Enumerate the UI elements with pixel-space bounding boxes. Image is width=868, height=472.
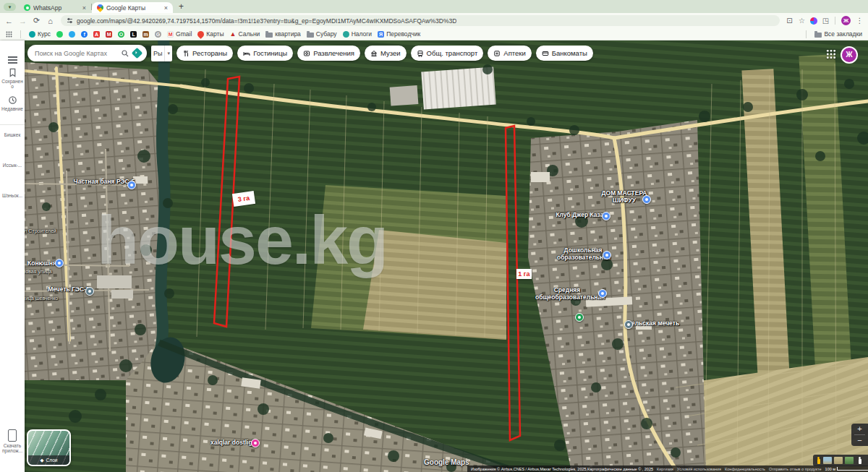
maps-top-bar: Ры ▾ Рестораны Гостиницы Развлечения Муз… xyxy=(27,45,593,61)
sidebar-item-saved[interactable]: Сохранено xyxy=(0,68,25,90)
sidebar-item-recent[interactable]: Недавние xyxy=(0,95,25,111)
maps-pin-icon xyxy=(196,30,205,39)
new-tab-button[interactable]: + xyxy=(179,1,184,12)
map-canvas[interactable]: house.kg 3 га 1 га Частная баня РЭС-5 ул… xyxy=(25,40,868,472)
chevron-down-icon[interactable]: ▾ xyxy=(164,46,170,61)
bookmark-folder-kvartira[interactable]: квартира xyxy=(265,30,301,38)
extensions-puzzle-icon[interactable]: ◳ xyxy=(820,17,831,25)
home-button[interactable]: ⌂ xyxy=(44,17,56,25)
tab-search-button[interactable]: ▾ xyxy=(4,3,16,11)
apps-grid-icon[interactable] xyxy=(6,31,12,38)
close-tab-icon[interactable]: × xyxy=(82,4,86,12)
terms-link[interactable]: Условия использования xyxy=(677,467,721,471)
poi-pin-preschool[interactable] xyxy=(603,251,611,259)
poi-pin-xalqlar[interactable] xyxy=(251,439,260,447)
poi-pin-park[interactable] xyxy=(575,313,584,322)
red-m-icon: М xyxy=(106,31,112,38)
bookmark-maps[interactable]: Карты xyxy=(197,30,224,38)
imagery-thumbnail[interactable] xyxy=(845,457,854,464)
bookmark-salni[interactable]: ▲Сальни xyxy=(230,30,260,38)
poi-pin-village-mosque[interactable] xyxy=(624,320,633,329)
bookmark-folder-subaru[interactable]: Субару xyxy=(307,30,337,38)
pegman-icon[interactable] xyxy=(816,457,821,465)
save-address-icon[interactable]: ⊡ xyxy=(784,17,795,25)
attribution-text: Изображения © Airbus,CNES / Airbus,Maxar… xyxy=(471,467,653,471)
bookmark-star-icon[interactable]: ☆ xyxy=(796,17,807,25)
bookmark-nalogi[interactable]: Налоги xyxy=(343,30,373,38)
house-kg-watermark: house.kg xyxy=(97,201,387,280)
sidebar-recent-bishkek[interactable]: Бишкек xyxy=(0,132,25,137)
close-tab-icon[interactable]: × xyxy=(164,4,168,12)
chip-restaurants[interactable]: Рестораны xyxy=(176,46,233,61)
chip-hotels[interactable]: Гостиницы xyxy=(237,46,293,61)
sidebar-recent-city[interactable]: Шэньок... xyxy=(0,192,25,198)
maps-menu-button[interactable] xyxy=(0,53,25,59)
zoom-out-button[interactable]: − xyxy=(851,435,868,446)
scale-line xyxy=(837,467,868,471)
privacy-link[interactable]: Конфиденциальность xyxy=(725,467,765,471)
search-box[interactable] xyxy=(27,45,147,61)
browser-menu-icon[interactable]: ⋮ xyxy=(854,17,865,25)
poi-pin-mosque-ges5[interactable] xyxy=(85,287,94,296)
chip-pharmacies[interactable]: Аптеки xyxy=(488,46,531,61)
feedback-link[interactable]: Отправить отзыв о продукте xyxy=(769,467,822,471)
poi-pin-konyushnya[interactable] xyxy=(55,259,64,267)
chip-entertainment[interactable]: Развлечения xyxy=(297,46,360,61)
google-apps-grid-icon[interactable] xyxy=(826,49,836,59)
tab-whatsapp[interactable]: WhatsApp × xyxy=(19,2,91,13)
history-icon xyxy=(8,95,17,105)
street-label: улица шевченко xyxy=(25,296,58,301)
chip-transit[interactable]: Общ. транспорт xyxy=(411,46,484,61)
poi-pin-school[interactable] xyxy=(598,289,607,298)
imagery-thumbnail[interactable] xyxy=(834,457,843,464)
bookmark-whatsapp[interactable] xyxy=(56,31,63,38)
person-icon[interactable] xyxy=(857,457,862,465)
bookmark-telegram[interactable] xyxy=(69,31,75,38)
bookmark-site-o[interactable]: O xyxy=(118,31,124,38)
bookmarks-separator xyxy=(20,30,21,38)
zoom-in-button[interactable]: + xyxy=(851,424,868,434)
browser-profile-avatar[interactable]: Ж xyxy=(841,16,851,25)
bookmark-kurs[interactable]: Курс xyxy=(29,30,51,38)
folder-icon xyxy=(265,33,273,38)
directions-icon[interactable] xyxy=(132,48,143,59)
poi-pin-banya[interactable] xyxy=(127,181,136,189)
tab-google-maps[interactable]: Google Карты × xyxy=(92,2,173,13)
imagery-thumbnail[interactable] xyxy=(823,457,832,464)
transit-icon xyxy=(417,50,424,57)
bookmark-site-zm[interactable]: m xyxy=(142,31,149,38)
maps-sidebar: Сохранено Недавние Бишкек Иссык-... Шэнь… xyxy=(0,40,25,472)
hamburger-icon xyxy=(8,56,17,58)
bookmarks-bar: Курс f A М O L m G MGmail Карты ▲Сальни … xyxy=(0,28,868,40)
extension-colored-icon[interactable] xyxy=(810,17,817,25)
search-icon[interactable] xyxy=(122,50,129,57)
street-view-bar xyxy=(813,455,868,466)
layers-widget[interactable]: ◆Слои xyxy=(27,429,71,466)
bookmark-site-l[interactable]: L xyxy=(130,31,137,38)
forward-button[interactable]: → xyxy=(17,17,29,25)
chip-atms[interactable]: Банкоматы xyxy=(536,46,593,61)
bookmark-translate[interactable]: ЯПереводчик xyxy=(378,30,420,38)
url-bar[interactable]: google.com/maps/@42.9420269,74.7197514,1… xyxy=(61,15,780,26)
poi-pin-dom-mastera[interactable] xyxy=(642,195,651,204)
street-label: Новая улица xyxy=(25,269,52,275)
download-app-button[interactable]: Скачать прилож... xyxy=(0,429,25,454)
maps-profile-avatar[interactable]: Ж xyxy=(841,46,858,64)
bookmark-gmail[interactable]: MGmail xyxy=(167,30,192,38)
bookmark-site-g[interactable]: G xyxy=(155,31,161,38)
search-input[interactable] xyxy=(33,49,117,58)
teal-dot-icon xyxy=(343,31,349,38)
reload-button[interactable]: ⟳ xyxy=(30,16,43,25)
extension-overlay-button[interactable]: Ры ▾ xyxy=(151,46,172,61)
sidebar-recent-issyk[interactable]: Иссык-... xyxy=(0,162,25,168)
map-label: Дошкольная образовательная xyxy=(557,247,609,262)
region-link[interactable]: Киргизия xyxy=(657,467,673,471)
chip-museums[interactable]: Музеи xyxy=(365,46,407,61)
bookmark-facebook[interactable]: f xyxy=(81,31,88,38)
back-button[interactable]: ← xyxy=(3,17,15,25)
site-info-icon[interactable] xyxy=(67,17,73,24)
poi-pin-club[interactable] xyxy=(602,212,610,220)
all-bookmarks-button[interactable]: Все закладки xyxy=(814,30,862,38)
bookmark-site-a[interactable]: A xyxy=(93,31,100,38)
bookmark-site-m[interactable]: М xyxy=(106,31,112,38)
